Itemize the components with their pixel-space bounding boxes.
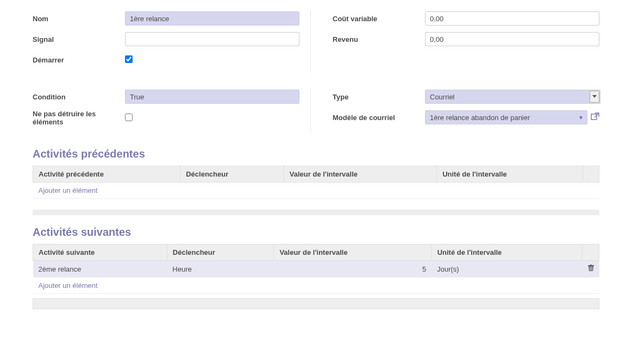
svg-rect-0: [591, 114, 597, 120]
th-unite-prec[interactable]: Unité de l'intervalle: [437, 166, 583, 183]
label-revenu: Revenu: [333, 35, 425, 43]
cell-unite: Jour(s): [431, 261, 582, 278]
type-select[interactable]: Courriel: [425, 90, 600, 104]
table-precedentes: Activité précédente Déclencheur Valeur d…: [33, 166, 599, 199]
cell-declencheur: Heure: [167, 261, 274, 278]
type-select-value: Courriel: [430, 93, 455, 101]
separator-bar: [33, 210, 599, 215]
label-cout-variable: Coût variable: [333, 15, 425, 23]
th-action-prec: [583, 166, 599, 183]
trash-icon[interactable]: [588, 265, 594, 273]
th-valeur-prec[interactable]: Valeur de l'intervalle: [284, 166, 436, 183]
th-action-suiv: [583, 244, 599, 261]
nom-input[interactable]: [125, 11, 299, 26]
external-link-icon[interactable]: [591, 112, 599, 123]
signal-input[interactable]: [125, 32, 299, 46]
chevron-down-icon[interactable]: [590, 91, 599, 103]
table-row[interactable]: 2ème relance Heure 5 Jour(s): [33, 261, 599, 278]
cell-activite: 2ème relance: [33, 261, 167, 278]
ne-pas-detruire-checkbox[interactable]: [125, 114, 133, 121]
label-nom: Nom: [33, 15, 125, 23]
modele-courriel-select[interactable]: 1ère relance abandon de panier ▼: [425, 110, 587, 124]
cout-variable-input[interactable]: [425, 11, 599, 26]
section-title-suivantes: Activités suivantes: [33, 226, 599, 239]
label-demarrer: Démarrer: [33, 56, 125, 64]
label-modele-courriel: Modèle de courriel: [333, 114, 425, 122]
table-footer-suivantes: [33, 298, 599, 309]
demarrer-checkbox[interactable]: [125, 55, 133, 63]
th-activite-suivante[interactable]: Activité suivante: [33, 244, 167, 261]
th-declencheur-suiv[interactable]: Déclencheur: [167, 244, 274, 261]
th-valeur-suiv[interactable]: Valeur de l'intervalle: [274, 244, 431, 261]
condition-input[interactable]: [125, 90, 299, 104]
th-declencheur-prec[interactable]: Déclencheur: [180, 166, 284, 183]
revenu-input[interactable]: [425, 32, 599, 46]
th-unite-suiv[interactable]: Unité de l'intervalle: [431, 244, 582, 261]
add-element-precedentes[interactable]: Ajouter un élément: [39, 186, 98, 194]
label-ne-pas-detruire: Ne pas détruire les éléments: [33, 110, 125, 126]
caret-down-icon: ▼: [578, 115, 584, 121]
modele-courriel-value: 1ère relance abandon de panier: [430, 114, 530, 122]
add-element-suivantes[interactable]: Ajouter un élément: [39, 281, 98, 290]
label-condition: Condition: [33, 93, 125, 101]
label-signal: Signal: [33, 35, 125, 43]
section-title-precedentes: Activités précédentes: [33, 148, 599, 160]
table-suivantes: Activité suivante Déclencheur Valeur de …: [33, 244, 599, 294]
label-type: Type: [333, 93, 425, 101]
th-activite-precedente[interactable]: Activité précédente: [33, 166, 180, 183]
cell-valeur: 5: [274, 261, 431, 278]
